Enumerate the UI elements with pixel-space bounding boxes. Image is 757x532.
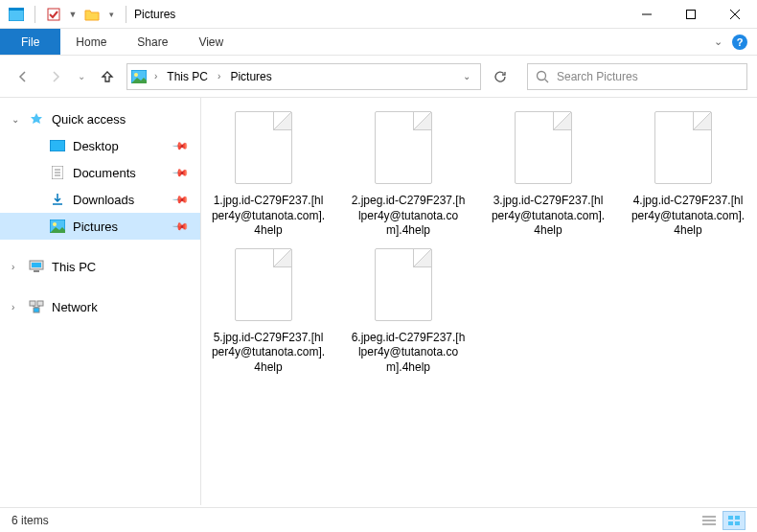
navigation-pane[interactable]: ⌄ Quick access Desktop 📌 Documents 📌 Dow… <box>0 98 201 505</box>
pin-icon: 📌 <box>171 190 189 208</box>
tab-home[interactable]: Home <box>60 29 122 55</box>
sidebar-network[interactable]: › Network <box>0 293 200 320</box>
svg-rect-19 <box>32 263 41 267</box>
sidebar-quick-access[interactable]: ⌄ Quick access <box>0 105 200 132</box>
chevron-right-icon[interactable]: › <box>11 302 14 312</box>
svg-rect-20 <box>34 270 39 272</box>
pin-icon: 📌 <box>171 163 189 181</box>
file-icon <box>235 248 302 325</box>
chevron-right-icon[interactable]: › <box>11 262 14 272</box>
file-icon <box>235 111 302 188</box>
pc-icon <box>29 259 44 274</box>
window-title: Pictures <box>134 8 175 21</box>
sidebar-desktop[interactable]: Desktop 📌 <box>0 132 200 159</box>
search-input[interactable]: Search Pictures <box>527 63 747 90</box>
star-icon <box>29 111 44 127</box>
chevron-down-icon[interactable]: ⌄ <box>11 114 19 125</box>
file-name: 5.jpg.id-C279F237.[hlper4y@tutanota.com]… <box>211 331 326 376</box>
pictures-icon <box>50 219 65 234</box>
file-tab[interactable]: File <box>0 29 60 55</box>
svg-rect-4 <box>687 10 696 18</box>
refresh-button[interactable] <box>487 63 514 90</box>
svg-point-8 <box>134 73 138 77</box>
file-icon <box>375 111 442 188</box>
close-button[interactable] <box>713 0 757 29</box>
chevron-right-icon[interactable]: › <box>150 71 161 81</box>
svg-rect-21 <box>30 301 35 306</box>
sidebar-downloads[interactable]: Downloads 📌 <box>0 186 200 213</box>
maximize-button[interactable] <box>669 0 713 29</box>
recent-dropdown-icon[interactable]: ⌄ <box>75 63 88 90</box>
item-count: 6 items <box>11 514 49 527</box>
tab-share[interactable]: Share <box>122 29 183 55</box>
sidebar-this-pc[interactable]: › This PC <box>0 253 200 280</box>
network-icon <box>29 299 44 314</box>
main: ⌄ Quick access Desktop 📌 Documents 📌 Dow… <box>0 98 757 505</box>
file-name: 3.jpg.id-C279F237.[hlper4y@tutanota.com]… <box>491 194 606 239</box>
sidebar-item-label: Downloads <box>73 193 134 207</box>
up-button[interactable] <box>94 63 121 90</box>
file-item[interactable]: 4.jpg.id-C279F237.[hlper4y@tutanota.com]… <box>631 111 746 239</box>
ribbon-expand-icon[interactable]: ⌄ <box>714 35 723 48</box>
details-view-button[interactable] <box>698 511 721 530</box>
file-item[interactable]: 3.jpg.id-C279F237.[hlper4y@tutanota.com]… <box>491 111 606 239</box>
file-icon <box>375 248 442 325</box>
file-item[interactable]: 1.jpg.id-C279F237.[hlper4y@tutanota.com]… <box>211 111 326 239</box>
file-name: 2.jpeg.id-C279F237.[hlper4y@tutanota.com… <box>351 194 466 239</box>
sidebar-documents[interactable]: Documents 📌 <box>0 159 200 186</box>
pin-icon: 📌 <box>171 217 189 235</box>
breadcrumb[interactable]: › This PC › Pictures ⌄ <box>126 63 481 90</box>
sidebar-item-label: Network <box>52 300 98 314</box>
file-item[interactable]: 5.jpg.id-C279F237.[hlper4y@tutanota.com]… <box>211 248 326 376</box>
window-controls <box>625 0 757 29</box>
svg-rect-29 <box>728 516 733 520</box>
app-icon <box>6 4 27 25</box>
icons-view-button[interactable] <box>723 511 746 530</box>
svg-rect-31 <box>728 521 733 525</box>
forward-button[interactable] <box>42 63 69 90</box>
pin-icon: 📌 <box>171 136 189 154</box>
breadcrumb-pictures[interactable]: Pictures <box>228 70 273 83</box>
svg-rect-32 <box>735 521 740 525</box>
minimize-button[interactable] <box>625 0 669 29</box>
file-name: 6.jpeg.id-C279F237.[hlper4y@tutanota.com… <box>351 331 466 376</box>
svg-rect-2 <box>48 9 59 20</box>
svg-point-9 <box>538 71 546 80</box>
file-item[interactable]: 2.jpeg.id-C279F237.[hlper4y@tutanota.com… <box>351 111 466 239</box>
sidebar-item-label: Pictures <box>73 220 118 234</box>
svg-rect-22 <box>37 301 43 306</box>
svg-point-17 <box>53 222 57 226</box>
file-name: 1.jpg.id-C279F237.[hlper4y@tutanota.com]… <box>211 194 326 239</box>
qat-dropdown-icon[interactable]: ▾ <box>104 4 118 25</box>
file-list[interactable]: 1.jpg.id-C279F237.[hlper4y@tutanota.com]… <box>201 98 757 505</box>
search-icon <box>536 70 549 83</box>
statusbar: 6 items <box>0 507 757 532</box>
help-icon[interactable]: ? <box>732 35 747 50</box>
tab-view[interactable]: View <box>183 29 239 55</box>
svg-rect-1 <box>9 8 24 11</box>
separator <box>126 6 126 23</box>
folder-icon[interactable] <box>81 4 103 25</box>
file-item[interactable]: 6.jpeg.id-C279F237.[hlper4y@tutanota.com… <box>351 248 466 376</box>
addressbar: ⌄ › This PC › Pictures ⌄ Search Pictures <box>0 56 757 98</box>
properties-icon[interactable] <box>43 4 64 25</box>
sidebar-pictures[interactable]: Pictures 📌 <box>0 213 200 240</box>
breadcrumb-this-pc[interactable]: This PC <box>165 70 210 83</box>
pictures-icon <box>131 69 147 84</box>
dropdown-icon[interactable]: ▼ <box>66 4 80 25</box>
separator <box>34 6 35 23</box>
desktop-icon <box>50 138 65 153</box>
svg-line-10 <box>545 79 549 82</box>
sidebar-item-label: This PC <box>52 260 96 274</box>
back-button[interactable] <box>10 63 36 90</box>
search-placeholder: Search Pictures <box>557 70 638 83</box>
sidebar-item-label: Quick access <box>52 112 126 127</box>
sidebar-item-label: Documents <box>73 166 136 180</box>
breadcrumb-dropdown-icon[interactable]: ⌄ <box>463 71 476 81</box>
quick-access-toolbar: ▼ ▾ Pictures <box>0 4 175 25</box>
svg-rect-23 <box>34 308 39 312</box>
documents-icon <box>50 165 65 180</box>
svg-rect-11 <box>50 140 65 151</box>
file-name: 4.jpg.id-C279F237.[hlper4y@tutanota.com]… <box>631 194 746 239</box>
chevron-right-icon[interactable]: › <box>214 71 224 81</box>
